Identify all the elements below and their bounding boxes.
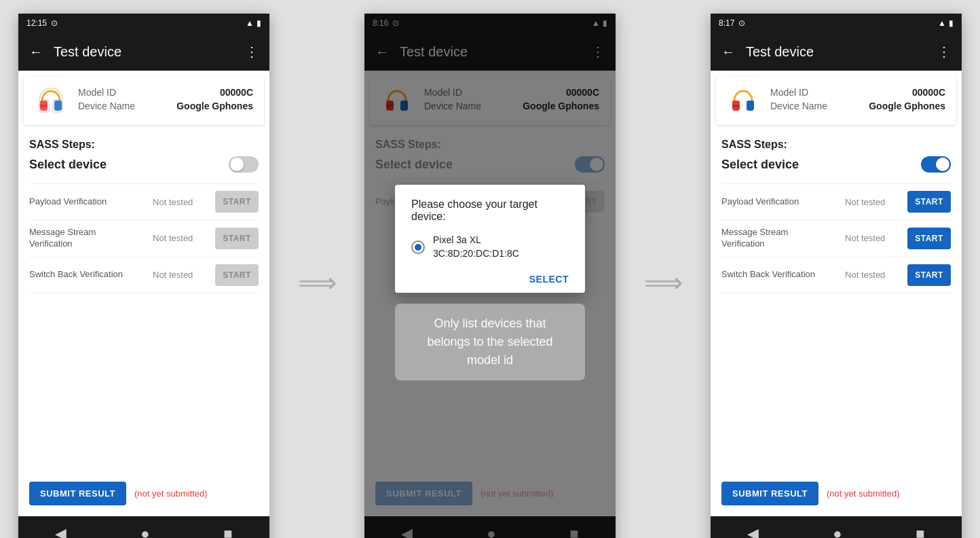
start-btn-stream-3[interactable]: START	[907, 228, 951, 249]
back-button-1[interactable]: ←	[29, 44, 43, 60]
pixel-address: 3C:8D:20:DC:D1:8C	[433, 247, 519, 261]
nav-home-1[interactable]: ●	[140, 525, 149, 538]
select-device-toggle-1[interactable]	[229, 156, 259, 173]
step-row-stream-1: Message Stream Verification Not tested S…	[29, 220, 259, 257]
submit-row-1: SUBMIT RESULT (not yet submitted)	[18, 482, 269, 516]
step-row-payload-3: Payload Verification Not tested START	[721, 184, 951, 220]
nav-recent-3[interactable]: ■	[916, 525, 924, 538]
radio-pixel[interactable]	[411, 240, 425, 254]
select-device-row-3: Select device	[721, 156, 951, 173]
dialog-title: Please choose your target device:	[411, 198, 569, 223]
step-name-switch-1: Switch Back Verification	[29, 269, 130, 281]
step-name-payload-1: Payload Verification	[29, 196, 130, 208]
step-row-switch-1: Switch Back Verification Not tested STAR…	[29, 257, 259, 293]
select-device-label-1: Select device	[29, 158, 107, 172]
sim-icon-3: ⊙	[738, 18, 745, 28]
step-name-payload-3: Payload Verification	[721, 196, 823, 208]
app-title-3: Test device	[746, 44, 926, 60]
device-info-1: Model ID 00000C Device Name Google Gphon…	[78, 87, 253, 114]
not-submitted-text-1: (not yet submitted)	[134, 488, 208, 499]
battery-icon-3: ▮	[949, 18, 954, 28]
submit-row-3: SUBMIT RESULT (not yet submitted)	[711, 482, 962, 516]
pixel-device-name: Pixel 3a XL 3C:8D:20:DC:D1:8C	[433, 234, 519, 260]
sass-steps-label-1: SASS Steps:	[29, 139, 259, 151]
back-button-3[interactable]: ←	[721, 44, 735, 60]
svg-rect-0	[40, 105, 48, 107]
step-name-stream-1: Message Stream Verification	[29, 227, 130, 250]
nav-back-3[interactable]: ◀	[747, 525, 759, 538]
arrow-2: ⟹	[643, 267, 683, 298]
step-status-payload-3: Not tested	[823, 197, 907, 207]
dialog-overlay: Please choose your target device: Pixel …	[364, 14, 616, 538]
device-logo-3	[727, 84, 759, 117]
app-bar-1: ← Test device ⋮	[18, 33, 269, 71]
step-row-payload-1: Payload Verification Not tested START	[29, 184, 259, 220]
content-3: SASS Steps: Select device Payload Verifi…	[711, 130, 962, 471]
device-info-3: Model ID 00000C Device Name Google Gphon…	[770, 87, 945, 114]
submit-result-btn-3[interactable]: SUBMIT RESULT	[721, 482, 818, 505]
phone-screen-1: 12:15 ⊙ ▲ ▮ ← Test device ⋮	[18, 14, 269, 538]
step-status-stream-3: Not tested	[823, 233, 907, 243]
device-filter-tooltip: Only list devices that belongs to the se…	[395, 304, 585, 380]
content-1: SASS Steps: Select device Payload Verifi…	[18, 130, 269, 471]
more-button-1[interactable]: ⋮	[245, 43, 259, 60]
step-row-switch-3: Switch Back Verification Not tested STAR…	[721, 257, 951, 293]
time-1: 12:15	[26, 18, 47, 28]
model-id-value-1: 00000C	[220, 87, 253, 98]
time-3: 8:17	[719, 18, 734, 28]
start-btn-switch-1[interactable]: START	[215, 264, 259, 286]
choose-device-dialog: Please choose your target device: Pixel …	[395, 185, 585, 293]
select-device-row-1: Select device	[29, 156, 259, 173]
more-button-3[interactable]: ⋮	[937, 43, 951, 60]
dialog-actions: SELECT	[411, 268, 569, 287]
toggle-thumb-1	[230, 158, 244, 171]
arrow-1: ⟹	[297, 267, 337, 298]
device-card-3: Model ID 00000C Device Name Google Gphon…	[716, 76, 956, 125]
app-bar-3: ← Test device ⋮	[711, 33, 962, 71]
step-row-stream-3: Message Stream Verification Not tested S…	[721, 220, 951, 257]
svg-rect-2	[732, 105, 740, 107]
nav-back-1[interactable]: ◀	[55, 525, 67, 538]
radio-inner-pixel	[415, 244, 421, 251]
start-btn-payload-3[interactable]: START	[907, 191, 951, 213]
start-btn-switch-3[interactable]: START	[907, 264, 951, 286]
step-status-payload-1: Not tested	[130, 197, 215, 207]
device-card-1: Model ID 00000C Device Name Google Gphon…	[24, 76, 264, 125]
not-submitted-text-3: (not yet submitted)	[827, 488, 900, 499]
start-btn-stream-1[interactable]: START	[215, 228, 259, 249]
device-name-label-1: Device Name	[78, 101, 135, 111]
nav-recent-1[interactable]: ■	[223, 525, 232, 538]
step-status-stream-1: Not tested	[130, 233, 215, 243]
model-id-label-3: Model ID	[770, 87, 808, 98]
device-name-value-3: Google Gphones	[869, 101, 945, 111]
status-bar-3: 8:17 ⊙ ▲ ▮	[711, 14, 962, 33]
nav-home-3[interactable]: ●	[833, 525, 842, 538]
steps-table-1: Payload Verification Not tested START Me…	[29, 183, 259, 293]
nav-bar-1: ◀ ● ■	[18, 516, 269, 538]
step-status-switch-1: Not tested	[130, 270, 215, 280]
sass-steps-label-3: SASS Steps:	[721, 139, 951, 151]
steps-table-3: Payload Verification Not tested START Me…	[721, 183, 951, 293]
sim-icon-1: ⊙	[51, 18, 58, 28]
toggle-thumb-3	[936, 158, 949, 171]
dialog-select-button[interactable]: SELECT	[529, 274, 569, 285]
pixel-name: Pixel 3a XL	[433, 234, 519, 247]
phone-screen-2: 8:16 ⊙ ▲ ▮ ← Test device ⋮ Model ID 0000…	[364, 14, 616, 538]
dialog-option-pixel[interactable]: Pixel 3a XL 3C:8D:20:DC:D1:8C	[411, 234, 569, 260]
phone-screen-3: 8:17 ⊙ ▲ ▮ ← Test device ⋮ Model ID 0000…	[711, 14, 962, 538]
battery-icon-1: ▮	[257, 18, 261, 28]
device-name-value-1: Google Gphones	[176, 101, 253, 111]
wifi-icon-3: ▲	[938, 18, 946, 28]
submit-result-btn-1[interactable]: SUBMIT RESULT	[29, 482, 126, 505]
app-title-1: Test device	[54, 44, 234, 60]
nav-bar-3: ◀ ● ■	[711, 516, 962, 538]
select-device-label-3: Select device	[721, 158, 799, 172]
select-device-toggle-3[interactable]	[921, 156, 951, 173]
step-status-switch-3: Not tested	[823, 270, 907, 280]
model-id-label-1: Model ID	[78, 87, 116, 98]
device-logo-1	[35, 84, 67, 117]
start-btn-payload-1[interactable]: START	[215, 191, 259, 213]
device-name-label-3: Device Name	[770, 101, 827, 111]
status-bar-1: 12:15 ⊙ ▲ ▮	[18, 14, 269, 33]
model-id-value-3: 00000C	[912, 87, 945, 98]
